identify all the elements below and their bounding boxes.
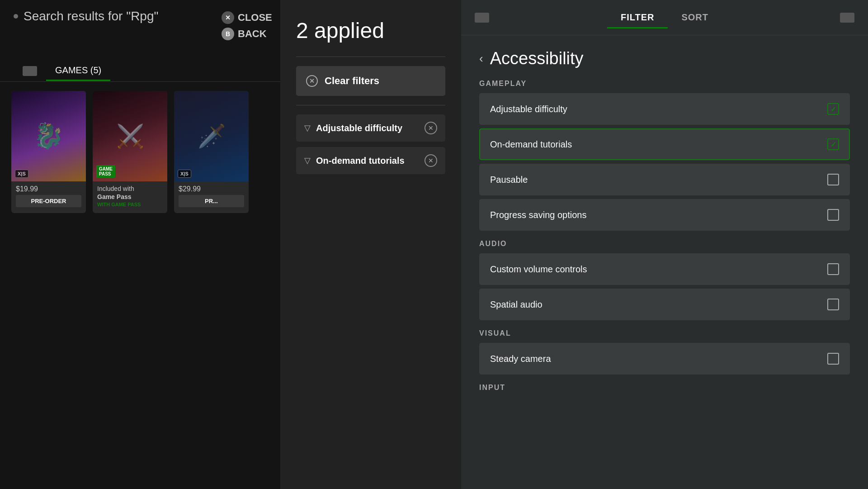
- pillars-pass-text: Game Pass: [97, 193, 163, 200]
- nav-buttons: ✕ CLOSE B BACK: [222, 11, 272, 40]
- option-on-demand-tutorials[interactable]: On-demand tutorials: [479, 128, 850, 160]
- filter-tag-tutorials[interactable]: ▽ On-demand tutorials ✕: [296, 147, 445, 174]
- filter-tag-adjustable[interactable]: ▽ Adjustable difficulty ✕: [296, 114, 445, 142]
- back-row: ‹ Accessibility: [479, 49, 850, 68]
- game3-art: 🗡️: [174, 91, 249, 181]
- steady-camera-checkbox[interactable]: [827, 353, 839, 365]
- game3-action-btn[interactable]: PR...: [179, 195, 244, 207]
- spatial-audio-checkbox[interactable]: [827, 299, 839, 310]
- game-image-pillars: ⚔️ GAMEPASS: [93, 91, 167, 181]
- option-steady-camera[interactable]: Steady camera: [479, 343, 850, 375]
- custom-volume-label: Custom volume controls: [490, 264, 587, 275]
- dragonfall-info: $19.99 PRE-ORDER: [11, 181, 86, 211]
- pillars-with-pass: with GAME PASS: [97, 201, 163, 208]
- back-label: BACK: [238, 28, 267, 40]
- close-label: CLOSE: [238, 12, 272, 24]
- category-gameplay: GAMEPLAY: [479, 80, 850, 88]
- game-card-pillars[interactable]: ⚔️ GAMEPASS Included with Game Pass with…: [93, 91, 167, 213]
- option-custom-volume[interactable]: Custom volume controls: [479, 253, 850, 285]
- with-text: with: [97, 202, 111, 207]
- games-grid: 🐉 X|S $19.99 PRE-ORDER ⚔️ GAMEPASS Inclu…: [0, 82, 280, 222]
- accessibility-title: Accessibility: [490, 49, 584, 68]
- dragonfall-action-btn[interactable]: PRE-ORDER: [16, 195, 81, 207]
- tutorials-label: On-demand tutorials: [490, 139, 572, 150]
- dragonfall-price: $19.99: [16, 185, 81, 193]
- game-card-3[interactable]: 🗡️ X|S $29.99 PR...: [174, 91, 249, 213]
- clear-icon: ✕: [306, 75, 318, 87]
- category-visual: VISUAL: [479, 329, 850, 337]
- divider-mid: [296, 105, 445, 105]
- remove-adjustable-btn[interactable]: ✕: [425, 122, 437, 134]
- option-spatial-audio[interactable]: Spatial audio: [479, 289, 850, 320]
- option-progress-saving[interactable]: Progress saving options: [479, 199, 850, 231]
- pausable-checkbox[interactable]: [827, 174, 839, 185]
- filter-icon-tutorials: ▽: [304, 156, 311, 166]
- filter-adjustable-label: Adjustable difficulty: [316, 123, 419, 133]
- library-tabs: GAMES (5): [0, 60, 280, 82]
- dragonfall-platform: X|S: [15, 170, 28, 178]
- category-input: INPUT: [479, 384, 850, 392]
- option-pausable[interactable]: Pausable: [479, 164, 850, 195]
- options-tabs-row: FILTER SORT: [461, 0, 868, 35]
- applied-title: 2 applied: [296, 18, 445, 43]
- tab-left-icon: [475, 13, 489, 23]
- tab-filter[interactable]: FILTER: [607, 7, 668, 28]
- option-adjustable-difficulty[interactable]: Adjustable difficulty: [479, 93, 850, 125]
- pillars-included-text: Included with: [97, 185, 163, 192]
- pillars-gamepass-badge: GAMEPASS: [96, 165, 115, 178]
- tab-right-icon: [840, 13, 854, 23]
- adjustable-checkbox[interactable]: [827, 103, 839, 115]
- clear-filters-label: Clear filters: [325, 75, 379, 87]
- spatial-audio-label: Spatial audio: [490, 299, 542, 310]
- pillars-info: Included with Game Pass with GAME PASS: [93, 181, 167, 213]
- dot-indicator: [14, 14, 18, 19]
- back-button[interactable]: B BACK: [222, 28, 272, 40]
- game-library-panel: Search results for "Rpg" ✕ CLOSE B BACK …: [0, 0, 280, 489]
- filter-tutorials-label: On-demand tutorials: [316, 156, 419, 166]
- game3-price: $29.99: [179, 185, 244, 193]
- back-btn-circle: B: [222, 28, 234, 40]
- gamepass-text: GAME PASS: [111, 202, 141, 207]
- applied-filters-panel: 2 applied ✕ Clear filters ▽ Adjustable d…: [280, 0, 461, 489]
- tab-games[interactable]: GAMES (5): [46, 60, 110, 81]
- back-arrow-icon[interactable]: ‹: [479, 52, 483, 66]
- game-image-3: 🗡️ X|S: [174, 91, 249, 181]
- game3-platform: X|S: [178, 170, 191, 178]
- close-btn-circle: ✕: [222, 11, 234, 24]
- search-title: Search results for "Rpg": [24, 9, 158, 24]
- category-audio: AUDIO: [479, 240, 850, 248]
- progress-saving-checkbox[interactable]: [827, 209, 839, 221]
- custom-volume-checkbox[interactable]: [827, 263, 839, 275]
- game-card-dragonfall[interactable]: 🐉 X|S $19.99 PRE-ORDER: [11, 91, 86, 213]
- steady-camera-label: Steady camera: [490, 354, 551, 364]
- progress-saving-label: Progress saving options: [490, 210, 586, 220]
- clear-filters-button[interactable]: ✕ Clear filters: [296, 66, 445, 96]
- divider-top: [296, 57, 445, 57]
- tab-icon-left: [14, 60, 46, 81]
- game-image-dragonfall: 🐉 X|S: [11, 91, 86, 181]
- tutorials-checkbox[interactable]: [827, 138, 839, 150]
- tab-sort[interactable]: SORT: [668, 7, 722, 28]
- dragonfall-art: 🐉: [11, 91, 86, 181]
- adjustable-label: Adjustable difficulty: [490, 104, 567, 114]
- pausable-label: Pausable: [490, 175, 528, 185]
- filter-icon-adjustable: ▽: [304, 123, 311, 133]
- game3-info: $29.99 PR...: [174, 181, 249, 211]
- close-button[interactable]: ✕ CLOSE: [222, 11, 272, 24]
- filter-options-panel: FILTER SORT ‹ Accessibility GAMEPLAY Adj…: [461, 0, 868, 489]
- remove-tutorials-btn[interactable]: ✕: [425, 154, 437, 167]
- options-content: ‹ Accessibility GAMEPLAY Adjustable diff…: [461, 35, 868, 489]
